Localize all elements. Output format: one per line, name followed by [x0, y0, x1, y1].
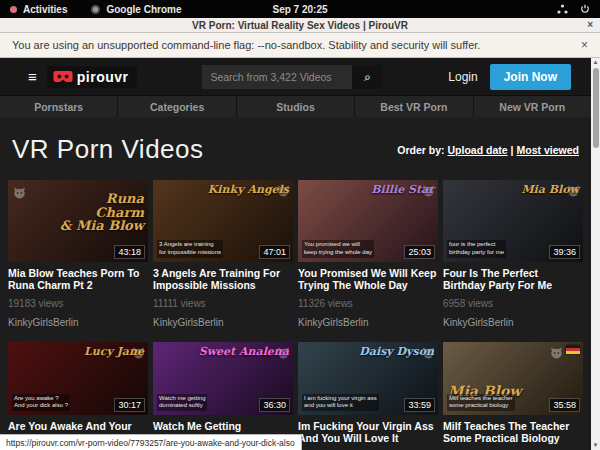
search-input[interactable] [202, 65, 352, 89]
order-most-viewed-link[interactable]: Most viewed [517, 144, 579, 156]
video-title-link[interactable]: Im Fucking Your Virgin Ass And You Will … [298, 420, 438, 444]
join-now-button[interactable]: Join Now [490, 64, 571, 90]
video-duration-badge: 36:30 [259, 398, 290, 412]
video-studio-link[interactable]: KinkyGirlsBerlin [153, 317, 293, 328]
video-duration-badge: 33:59 [404, 398, 435, 412]
nav-item-best-vr-porn[interactable]: Best VR Porn [355, 96, 473, 117]
screen: Activities Google Chrome Sep 7 20:25 VR … [0, 0, 600, 450]
video-duration-badge: 43:18 [114, 245, 145, 259]
thumbnail-overlay-title: Runa Charm & Mia Blow [8, 192, 144, 233]
gnome-top-bar: Activities Google Chrome Sep 7 20:25 [0, 0, 600, 18]
video-thumbnail[interactable]: Mia Blow four is the perfect birthday pa… [443, 180, 583, 262]
hamburger-menu-icon[interactable]: ≡ [28, 69, 37, 84]
nav-item-pornstars[interactable]: Pornstars [0, 96, 118, 117]
video-thumbnail[interactable]: Sweet Analena Watch me getting dominated… [153, 342, 293, 415]
video-title-link[interactable]: Four Is The Perfect Birthday Party For M… [443, 267, 583, 291]
cat-logo-watermark [277, 183, 290, 201]
video-thumbnail[interactable]: Daisy Dyson I am fucking your virgin ass… [298, 342, 438, 415]
vr-goggles-icon [53, 70, 73, 84]
site-logo[interactable]: pirouvr [47, 66, 137, 88]
video-title-link[interactable]: 3 Angels Are Training For Impossible Mis… [153, 267, 293, 291]
window-close-icon[interactable]: × [587, 19, 593, 30]
order-by: Order by: Upload date|Most viewed [397, 144, 579, 156]
window-title: VR Porn: Virtual Reality Sex Videos | Pi… [192, 20, 408, 31]
video-card[interactable]: Mia Blow Milf teaches the teacher some p… [443, 342, 583, 450]
scrollbar-up-arrow[interactable]: ▲ [591, 58, 600, 67]
video-thumbnail[interactable]: Billie Star You promised we will keep tr… [298, 180, 438, 262]
scrollbar-down-arrow[interactable]: ▼ [591, 441, 600, 450]
page-viewport: ≡ pirouvr ⌕ Login Join Now Porn [0, 58, 600, 450]
video-card[interactable]: Mia Blow four is the perfect birthday pa… [443, 180, 583, 328]
order-upload-date-link[interactable]: Upload date [448, 144, 508, 156]
thumbnail-caption: four is the perfect birthday party for m… [447, 240, 506, 258]
scrollbar[interactable]: ▲ ▼ [591, 58, 600, 450]
video-duration-badge: 30:17 [114, 398, 145, 412]
heading-row: VR Porn Videos Order by: Upload date|Mos… [0, 117, 591, 180]
thumbnail-overlay-title: Kinky Angels [153, 184, 289, 196]
page-title: VR Porn Videos [12, 134, 204, 165]
video-title-link[interactable]: You Promised We Will Keep Trying The Who… [298, 267, 438, 291]
thumbnail-caption: Are you awake ? And your dick also ? [12, 394, 70, 412]
video-duration-badge: 39:36 [549, 245, 580, 259]
thumbnail-overlay-title: Billie Star [298, 184, 434, 196]
cat-logo-watermark [277, 345, 290, 363]
video-views: 11111 views [153, 298, 293, 309]
infobar-close-icon[interactable]: × [581, 38, 588, 52]
nav-item-categories[interactable]: Categories [118, 96, 236, 117]
site-header: ≡ pirouvr ⌕ Login Join Now [0, 58, 591, 95]
video-duration-badge: 25:03 [404, 245, 435, 259]
video-views: 19183 views [8, 298, 148, 309]
cast-indicator-icon[interactable] [557, 4, 568, 14]
infobar-message: You are using an unsupported command-lin… [12, 39, 480, 51]
cat-logo-watermark [567, 183, 580, 201]
search-icon: ⌕ [364, 70, 371, 84]
status-url-bubble: https://pirouvr.com/vr-porn-video/779325… [0, 434, 302, 450]
nav-item-studios[interactable]: Studios [237, 96, 355, 117]
thumbnail-overlay-title: Lucy Jane [8, 346, 144, 358]
browser-title-bar[interactable]: VR Porn: Virtual Reality Sex Videos | Pi… [0, 18, 600, 33]
video-duration-badge: 35:58 [549, 398, 580, 412]
video-title-link[interactable]: Mia Blow Teaches Porn To Runa Charm Pt 2 [8, 267, 148, 291]
order-by-label: Order by: [397, 144, 444, 156]
video-card[interactable]: Billie Star You promised we will keep tr… [298, 180, 438, 328]
thumbnail-caption: You promised we will keep trying the who… [302, 240, 374, 258]
video-studio-link[interactable]: KinkyGirlsBerlin [298, 317, 438, 328]
video-duration-badge: 47:01 [259, 245, 290, 259]
video-thumbnail[interactable]: Kinky Angels 3 Angels are training for i… [153, 180, 293, 262]
cat-logo-watermark [132, 345, 145, 363]
thumbnail-overlay-title: Daisy Dyson [298, 346, 434, 358]
thumbnail-overlay-title: Mia Blow [443, 184, 579, 196]
cat-logo-watermark [13, 185, 26, 203]
video-thumbnail[interactable]: Mia Blow Milf teaches the teacher some p… [443, 342, 583, 415]
video-card[interactable]: Kinky Angels 3 Angels are training for i… [153, 180, 293, 328]
chrome-infobar: You are using an unsupported command-lin… [0, 33, 600, 58]
logo-text: pirouvr [77, 69, 129, 85]
video-studio-link[interactable]: KinkyGirlsBerlin [443, 317, 583, 328]
order-separator: | [511, 144, 514, 156]
cat-logo-watermark [422, 345, 435, 363]
status-url: https://pirouvr.com/vr-porn-video/779325… [6, 438, 295, 448]
video-views: 11326 views [298, 298, 438, 309]
site-nav: PornstarsCategoriesStudiosBest VR PornNe… [0, 95, 591, 117]
nav-item-new-vr-porn[interactable]: New VR Porn [474, 96, 591, 117]
thumbnail-caption: 3 Angels are training for impossible mis… [157, 240, 223, 258]
video-title-link[interactable]: Milf Teaches The Teacher Some Practical … [443, 420, 583, 444]
video-thumbnail[interactable]: Runa Charm & Mia Blow 43:18 [8, 180, 148, 262]
power-icon[interactable] [580, 4, 590, 14]
thumbnail-overlay-title: Sweet Analena [153, 346, 289, 358]
thumbnail-caption: Milf teaches the teacher some practical … [447, 394, 515, 412]
cat-logo-watermark [422, 183, 435, 201]
scrollbar-thumb[interactable] [593, 68, 599, 148]
video-grid: Runa Charm & Mia Blow 43:18 Mia Blow Tea… [8, 180, 583, 450]
video-studio-link[interactable]: KinkyGirlsBerlin [8, 317, 148, 328]
login-link[interactable]: Login [448, 70, 477, 84]
video-thumbnail[interactable]: Lucy Jane Are you awake ? And your dick … [8, 342, 148, 415]
video-card[interactable]: Runa Charm & Mia Blow 43:18 Mia Blow Tea… [8, 180, 148, 328]
search-button[interactable]: ⌕ [352, 65, 382, 89]
video-card[interactable]: Daisy Dyson I am fucking your virgin ass… [298, 342, 438, 450]
clock[interactable]: Sep 7 20:25 [0, 4, 600, 15]
cat-logo-watermark [550, 345, 563, 363]
video-views: 6958 views [443, 298, 583, 309]
thumbnail-caption: Watch me getting dominated softly [157, 394, 207, 412]
thumbnail-caption: I am fucking your virgin ass and you wil… [302, 394, 379, 412]
